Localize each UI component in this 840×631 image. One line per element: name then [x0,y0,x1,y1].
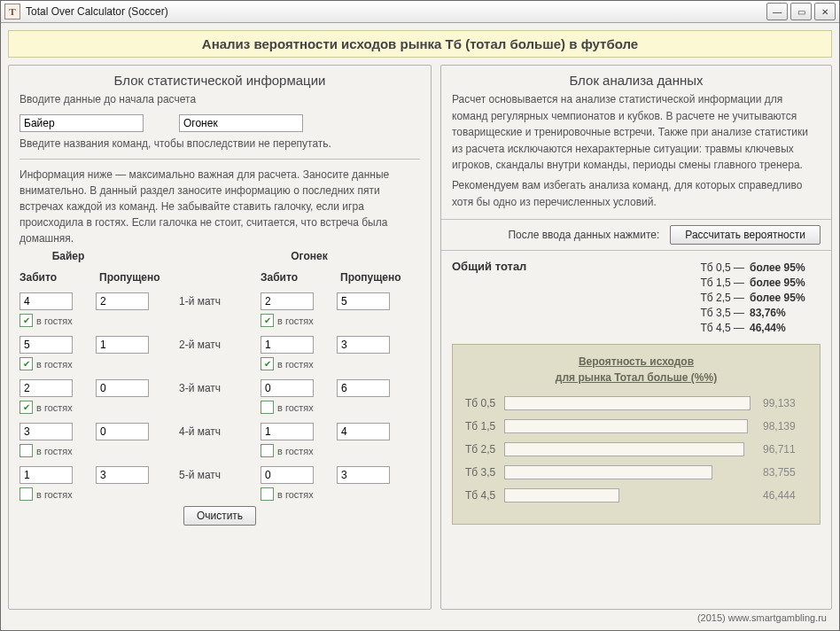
total-key: Тб 3,5 — [567,307,750,319]
bar-category: Тб 4,5 [465,489,504,502]
match-row: в гостях 4-й матч в гостях [19,423,420,457]
clear-button[interactable]: Очистить [183,506,256,526]
checkbox-icon [19,444,33,457]
scored-input[interactable] [261,379,314,397]
match-label: 5-й матч [179,466,261,481]
away-checkbox-wrap[interactable]: ✔ в гостях [19,357,179,370]
scored-input[interactable] [19,379,73,397]
scored-input[interactable] [19,466,73,484]
calc-bar: После ввода данных нажмите: Рассчитать в… [441,219,831,251]
match-label: 2-й матч [179,336,261,351]
window-buttons: — ▭ ✕ [766,3,836,20]
away-checkbox-wrap[interactable]: в гостях [19,444,179,457]
team2-cell: ✔ в гостях [261,336,420,370]
stats-desc: Информация ниже — максимально важная для… [19,167,420,246]
bar-fill [504,465,712,479]
away-label: в гостях [277,489,314,500]
match-row: в гостях 5-й матч в гостях [19,466,420,501]
match-row: ✔ в гостях 1-й матч ✔ в гостях [19,292,420,327]
checkbox-icon [261,401,274,414]
stats-title: Блок статистической информации [19,73,420,88]
away-checkbox-wrap[interactable]: в гостях [19,487,179,501]
match-label: 3-й матч [179,379,261,394]
totals-heading: Общий тотал [452,260,567,337]
match-row: ✔ в гостях 2-й матч ✔ в гостях [19,336,420,370]
match-row: ✔ в гостях 3-й матч в гостях [19,379,420,414]
scored-input[interactable] [19,336,73,354]
team2-input[interactable] [179,114,303,132]
col-scored-1: Забито [19,271,99,284]
total-row: Тб 2,5 —более 95% [567,292,805,304]
checkbox-icon: ✔ [19,357,33,370]
bar-value: 96,711 [763,443,796,456]
missed-input[interactable] [337,292,390,310]
missed-input[interactable] [337,466,390,484]
scored-input[interactable] [261,292,314,310]
missed-input[interactable] [96,379,149,397]
team-names-row [19,114,420,132]
away-label: в гостях [277,446,314,456]
clear-wrap: Очистить [19,506,420,526]
total-value: 83,76% [750,307,786,319]
calculate-button[interactable]: Рассчитать вероятности [670,225,821,245]
match-label: 4-й матч [179,423,261,438]
close-button[interactable]: ✕ [814,3,836,20]
total-key: Тб 2,5 — [567,292,750,304]
bar-track [504,419,752,433]
bar-category: Тб 3,5 [465,466,504,479]
bar-row: Тб 1,5 98,139 [465,419,807,433]
scored-input[interactable] [19,423,73,440]
col-scored-2: Забито [261,271,340,284]
away-checkbox-wrap[interactable]: в гостях [261,487,420,501]
missed-input[interactable] [337,423,390,440]
bar-row: Тб 2,5 96,711 [465,442,807,456]
bar-track [504,442,752,456]
away-checkbox-wrap[interactable]: ✔ в гостях [261,314,420,327]
total-value: более 95% [750,277,805,289]
away-checkbox-wrap[interactable]: ✔ в гостях [261,357,420,370]
page-heading: Анализ вероятности исходов рынка Тб (тот… [8,30,832,58]
col-missed-2: Пропущено [340,271,420,284]
columns: Блок статистической информации Вводите д… [8,65,832,610]
away-checkbox-wrap[interactable]: ✔ в гостях [19,401,179,414]
bar-category: Тб 1,5 [465,420,504,432]
chart-title: Вероятность исходов для рынка Тотал боль… [465,354,807,386]
checkbox-icon: ✔ [261,357,274,370]
client-area: Анализ вероятности исходов рынка Тб (тот… [1,23,839,630]
away-checkbox-wrap[interactable]: в гостях [261,401,420,414]
minimize-button[interactable]: — [766,3,788,20]
bar-value: 83,755 [763,466,796,479]
scored-input[interactable] [261,423,314,440]
missed-input[interactable] [96,336,149,354]
missed-input[interactable] [337,336,390,354]
divider [19,159,420,160]
away-checkbox-wrap[interactable]: ✔ в гостях [19,314,179,327]
missed-input[interactable] [96,292,149,310]
maximize-button[interactable]: ▭ [790,3,812,20]
missed-input[interactable] [96,466,149,484]
checkbox-icon [261,487,274,501]
away-checkbox-wrap[interactable]: в гостях [261,444,420,457]
total-row: Тб 1,5 —более 95% [567,277,805,289]
analysis-p2: Рекомендуем вам избегать анализа команд,… [452,177,821,210]
scored-input[interactable] [261,336,314,354]
bar-fill [504,488,619,502]
bar-track [504,396,752,410]
checkbox-icon: ✔ [261,314,274,327]
analysis-title: Блок анализа данных [452,73,821,88]
team1-input[interactable] [19,114,144,132]
team2-cell: в гостях [261,423,420,457]
stats-intro: Вводите данные до начала расчета [19,91,420,107]
away-label: в гостях [277,316,314,326]
scored-input[interactable] [19,292,73,310]
checkbox-icon [19,487,33,501]
scored-input[interactable] [261,466,314,484]
bar-category: Тб 2,5 [465,443,504,456]
missed-input[interactable] [96,423,149,440]
match-label: 1-й матч [179,292,261,308]
bar-fill [504,419,748,433]
total-key: Тб 4,5 — [567,322,750,334]
away-label: в гостях [277,359,314,370]
total-row: Тб 4,5 —46,44% [567,322,805,334]
missed-input[interactable] [337,379,390,397]
